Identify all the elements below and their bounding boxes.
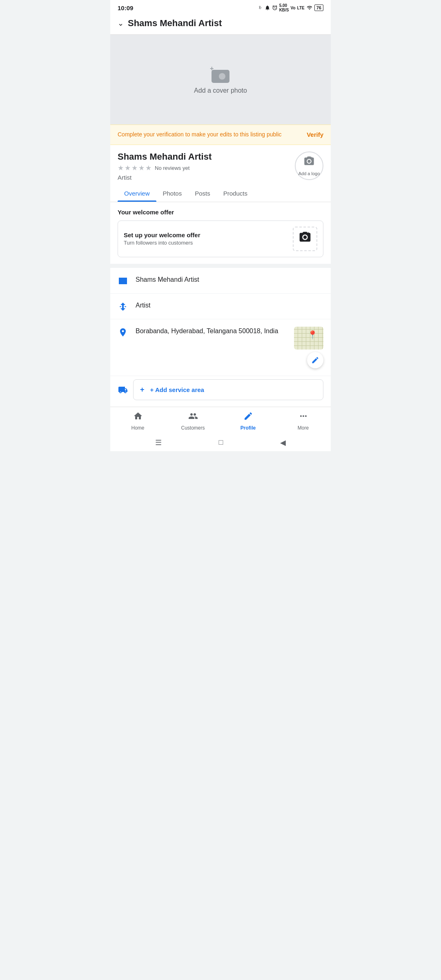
details-list: Shams Mehandi Artist Artist Borabanda, H… (110, 268, 331, 376)
welcome-card-title: Set up your welcome offer (124, 232, 200, 238)
profile-icon (243, 411, 253, 423)
nav-profile[interactable]: Profile (232, 411, 265, 431)
battery-icon: 76 (314, 4, 323, 11)
status-icons: 5.00KB/S Vo LTE 76 (257, 3, 323, 12)
tab-products[interactable]: Products (217, 184, 254, 202)
tabs-container: Overview Photos Posts Products (110, 184, 331, 202)
top-bar: ⌄ Shams Mehandi Artist (110, 14, 331, 35)
svg-text:+: + (307, 231, 310, 235)
delivery-icon (118, 385, 128, 395)
add-icon: + (140, 385, 145, 394)
cover-photo-section[interactable]: + Add a cover photo (110, 35, 331, 125)
tab-overview[interactable]: Overview (118, 184, 156, 202)
category-label: Artist (118, 174, 295, 181)
shop-icon (118, 276, 128, 286)
tab-photos[interactable]: Photos (156, 184, 189, 202)
nav-more[interactable]: More (287, 411, 320, 431)
alarm-icon (272, 5, 278, 11)
bluetooth-icon (257, 5, 263, 11)
svg-point-2 (303, 236, 307, 239)
location-icon (118, 327, 128, 337)
bottom-navigation: Home Customers Profile More (110, 407, 331, 434)
detail-category: Artist (110, 294, 331, 319)
home-icon (133, 411, 143, 423)
profile-label: Profile (241, 425, 256, 431)
customers-label: Customers (181, 425, 205, 431)
detail-category-text: Artist (136, 301, 323, 310)
category-icon (118, 302, 128, 312)
top-business-name: Shams Mehandi Artist (128, 18, 222, 29)
more-label: More (298, 425, 309, 431)
chevron-down-icon[interactable]: ⌄ (118, 19, 124, 28)
verify-button[interactable]: Verify (307, 131, 323, 138)
status-time: 10:09 (118, 4, 133, 11)
svg-rect-5 (120, 306, 121, 307)
business-info-section: Shams Mehandi Artist ★★★★★ No reviews ye… (110, 145, 331, 184)
nav-customers[interactable]: Customers (177, 411, 209, 431)
welcome-offer-card[interactable]: Set up your welcome offer Turn followers… (118, 220, 323, 257)
service-area-container: + + Add service area (118, 379, 323, 400)
more-icon (298, 411, 308, 423)
add-service-area-label: + Add service area (150, 386, 204, 393)
star-rating: ★★★★★ (118, 164, 152, 172)
detail-location-text: Borabanda, Hyderabad, Telangana 500018, … (136, 327, 287, 336)
rating-row: ★★★★★ No reviews yet (118, 164, 295, 172)
back-button[interactable]: ◀ (280, 438, 286, 447)
data-speed: 5.00KB/S (279, 3, 289, 12)
add-logo-icon: + (303, 156, 315, 169)
cover-photo-label: Add a cover photo (194, 87, 247, 94)
detail-business-name-text: Shams Mehandi Artist (136, 275, 323, 284)
welcome-card-subtitle: Turn followers into customers (124, 240, 200, 246)
welcome-card-text: Set up your welcome offer Turn followers… (124, 232, 200, 246)
lte-icon: LTE (297, 6, 305, 10)
camera-body (212, 70, 229, 83)
edit-location-button[interactable] (307, 352, 323, 368)
svg-point-0 (307, 160, 310, 163)
add-logo-button[interactable]: + Add a logo (295, 151, 323, 180)
verify-message: Complete your verification to make your … (118, 131, 300, 139)
map-thumbnail: 📍 (294, 327, 323, 350)
svg-text:+: + (311, 156, 313, 160)
camera-lens (219, 73, 225, 80)
add-logo-label: Add a logo (298, 171, 320, 176)
status-bar: 10:09 5.00KB/S Vo LTE 76 (110, 0, 331, 14)
verify-banner: Complete your verification to make your … (110, 125, 331, 145)
svg-rect-6 (125, 306, 126, 307)
business-info-left: Shams Mehandi Artist ★★★★★ No reviews ye… (118, 151, 295, 181)
welcome-card-photo-icon[interactable]: + (293, 227, 317, 251)
business-title: Shams Mehandi Artist (118, 151, 295, 162)
home-label: Home (131, 425, 144, 431)
home-button[interactable]: □ (219, 438, 223, 447)
tab-posts[interactable]: Posts (188, 184, 217, 202)
no-reviews-label: No reviews yet (155, 165, 189, 171)
add-service-area-button[interactable]: + + Add service area (133, 379, 323, 400)
signal-icon (306, 5, 313, 11)
welcome-offer-title: Your welcome offer (118, 209, 323, 216)
map-pin-icon: 📍 (307, 330, 318, 340)
add-cover-photo-icon: + (210, 65, 231, 83)
system-nav-bar: ☰ □ ◀ (110, 434, 331, 451)
notification-icon (265, 5, 270, 11)
detail-location: Borabanda, Hyderabad, Telangana 500018, … (110, 319, 331, 376)
customers-icon (188, 411, 198, 423)
camera-plus-large-icon: + (298, 231, 312, 247)
menu-button[interactable]: ☰ (155, 438, 162, 447)
volte-icon: Vo (291, 6, 296, 10)
location-detail-right: 📍 (294, 327, 323, 368)
service-area-row: + + Add service area (110, 376, 331, 407)
welcome-offer-section: Your welcome offer Set up your welcome o… (110, 202, 331, 264)
nav-home[interactable]: Home (122, 411, 154, 431)
detail-business-name: Shams Mehandi Artist (110, 268, 331, 294)
